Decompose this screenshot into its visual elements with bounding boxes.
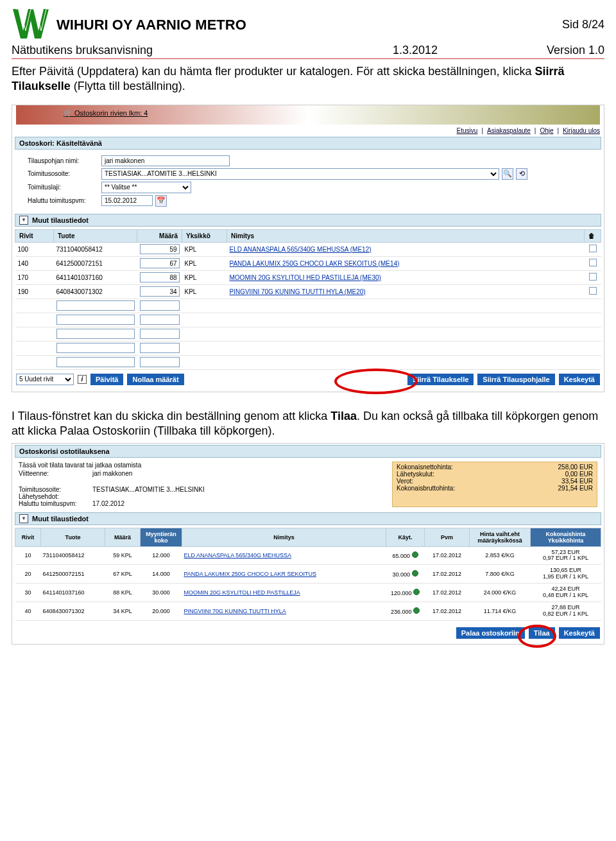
col-delete: 🗑	[585, 229, 601, 242]
palaa-ostoskoriin-button[interactable]: Palaa ostoskoriin	[456, 627, 525, 639]
col2-myyntieran: Myyntierän koko	[141, 528, 182, 546]
input-maara[interactable]	[140, 272, 180, 282]
cell-kayt: 120.000	[386, 584, 425, 602]
link-etusivu[interactable]: Etusivu	[457, 127, 478, 134]
input-maara-empty[interactable]	[140, 343, 180, 353]
link-ohje[interactable]: Ohje	[540, 127, 553, 134]
cell-tuote: 6408430071302	[54, 284, 137, 299]
col2-kayt: Käyt.	[386, 528, 425, 546]
cell-yksikko: KPL	[182, 270, 227, 284]
cell-nimitys[interactable]: PINGVIINI 70G KUNING TUUTTI HYLA	[182, 602, 386, 620]
select-toimituslaji[interactable]: ** Valitse **	[101, 182, 191, 193]
keskeyta-button[interactable]: Keskeytä	[559, 374, 600, 385]
col2-kokonaishinta: Kokonaishinta Yksikköhinta	[531, 528, 601, 546]
col-yksikko: Yksikkö	[182, 229, 227, 242]
cell-yksikko: KPL	[182, 256, 227, 270]
doc-version: Version 1.0	[547, 44, 604, 57]
input-maara[interactable]	[140, 244, 180, 254]
tilaa-button[interactable]: Tilaa	[529, 627, 555, 639]
label-viitteenne: Viitteenne:	[19, 470, 92, 477]
table-row: 1706411401037160KPLMOOMIN 20G KSYLITOLI …	[15, 270, 601, 284]
cell-hinta: 11.714 €/KG	[470, 602, 531, 620]
delete-checkbox[interactable]	[589, 245, 597, 252]
input-tuote-empty[interactable]	[56, 357, 135, 367]
value-viitteenne: jari makkonen	[92, 470, 132, 477]
cell-kokonaishinta: 27,88 EUR0,82 EUR / 1 KPL	[531, 602, 601, 620]
cell-kokonaishinta: 130,65 EUR1,95 EUR / 1 KPL	[531, 565, 601, 584]
input-maara-empty[interactable]	[140, 329, 180, 339]
cell-tuote: 6408430071302	[41, 602, 105, 620]
cell-nimitys[interactable]: ELD ANANASPALA 565/340G MEHUSSA	[182, 546, 386, 565]
cell-nimitys[interactable]: PANDA LAKUMIX 250G CHOCO LAKR SEKOITUS	[182, 565, 386, 584]
cell-tuote: 6412500072151	[41, 565, 105, 584]
chevron-down-icon[interactable]: ▼	[19, 216, 28, 225]
input-tuote-empty[interactable]	[56, 343, 135, 353]
trash-icon[interactable]: 🗑	[588, 232, 595, 239]
table-row-empty	[15, 299, 601, 313]
input-tilauspohjan-nimi[interactable]	[101, 155, 230, 166]
cell-nimitys[interactable]: MOOMIN 20G KSYLITOLI HED PASTILLEJA	[182, 584, 386, 602]
col-nimitys: Nimitys	[227, 229, 585, 242]
input-maara[interactable]	[140, 258, 180, 268]
cell-nimitys[interactable]: PINGVIINI 70G KUNING TUUTTI HYLA (ME20)	[227, 284, 585, 299]
status-dot-icon	[413, 589, 420, 595]
cell-pvm: 17.02.2012	[425, 584, 470, 602]
input-tuote-empty[interactable]	[56, 300, 135, 311]
cart-row-count[interactable]: Ostoskorin rivien lkm: 4	[64, 109, 148, 117]
input-maara-empty[interactable]	[140, 357, 180, 367]
cell-myyntiera: 12.000	[141, 546, 182, 565]
cell-rivit: 170	[15, 270, 54, 284]
cell-nimitys[interactable]: PANDA LAKUMIX 250G CHOCO LAKR SEKOITUS (…	[227, 256, 585, 270]
cell-tuote: 7311040058412	[41, 546, 105, 565]
cell-kokonaishinta: 42,24 EUR0,48 EUR / 1 KPL	[531, 584, 601, 602]
paivita-button[interactable]: Päivitä	[90, 374, 123, 385]
select-uudet-rivit[interactable]: 5 Uudet rivit	[16, 374, 74, 385]
cell-kokonaishinta: 57,23 EUR0,97 EUR / 1 KPL	[531, 546, 601, 565]
siirra-tilauspohjalle-button[interactable]: Siirrä Tilauspohjalle	[477, 374, 554, 385]
info-icon[interactable]: i	[78, 375, 87, 384]
link-asiakaspalaute[interactable]: Asiakaspalaute	[487, 127, 531, 134]
delete-checkbox[interactable]	[589, 273, 597, 281]
cell-hinta: 7.800 €/KG	[470, 565, 531, 584]
cell-nimitys[interactable]: MOOMIN 20G KSYLITOLI HED PASTILLEJA (ME3…	[227, 270, 585, 284]
table-row: 1007311040058412KPLELD ANANASPALA 565/34…	[15, 242, 601, 256]
cell-rivit: 190	[15, 284, 54, 299]
status-dot-icon	[412, 551, 418, 558]
cell-nimitys[interactable]: ELD ANANASPALA 565/340G MEHUSSA (ME12)	[227, 242, 585, 256]
input-maara[interactable]	[140, 286, 180, 297]
select-toimitusosoite[interactable]: TESTIASIAK...ATOMITIE 3...HELSINKI	[101, 168, 499, 180]
wihuri-logo	[12, 8, 50, 40]
siirra-tilaukselle-button[interactable]: Siirrä Tilaukselle	[407, 374, 474, 385]
keskeyta-button-2[interactable]: Keskeytä	[559, 627, 600, 639]
cell-maara	[137, 270, 182, 284]
doc-subtitle: Nätbutikens bruksanvisning	[12, 44, 393, 57]
table-row: 30641140103716088 KPL30.000MOOMIN 20G KS…	[15, 584, 601, 602]
col2-pvm: Pvm	[425, 528, 470, 546]
table-row-empty	[15, 327, 601, 341]
input-toimituspvm[interactable]	[101, 195, 153, 206]
table-row-empty	[15, 341, 601, 355]
cell-rivit: 40	[15, 602, 41, 620]
label-toimitusosoite-2: Toimitusosoite:	[19, 486, 92, 493]
cell-pvm: 17.02.2012	[425, 565, 470, 584]
chevron-down-icon[interactable]: ▼	[19, 514, 28, 523]
table-row: 10731104005841259 KPL12.000ELD ANANASPAL…	[15, 546, 601, 565]
input-tuote-empty[interactable]	[56, 315, 135, 325]
link-kirjaudu-ulos[interactable]: Kirjaudu ulos	[563, 127, 600, 134]
cell-myyntiera: 20.000	[141, 602, 182, 620]
input-tuote-empty[interactable]	[56, 329, 135, 339]
cell-tuote: 6412500072151	[54, 256, 137, 270]
input-maara-empty[interactable]	[140, 300, 180, 311]
input-maara-empty[interactable]	[140, 315, 180, 325]
calendar-icon[interactable]: 📅	[155, 195, 167, 207]
nollaa-maarat-button[interactable]: Nollaa määrät	[127, 374, 184, 385]
table-row-empty	[15, 313, 601, 327]
reset-icon[interactable]: ⟲	[516, 168, 527, 180]
col2-nimitys: Nimitys	[182, 528, 386, 546]
table-row: 40640843007130234 KPL20.000PINGVIINI 70G…	[15, 602, 601, 620]
price-summary-box: Kokonaisnettohinta:258,00 EUR Lähetyskul…	[392, 462, 597, 507]
delete-checkbox[interactable]	[589, 287, 597, 295]
search-icon[interactable]: 🔍	[502, 168, 513, 180]
col2-hinta: Hinta vaiht.eht määräyksikössä	[470, 528, 531, 546]
delete-checkbox[interactable]	[589, 259, 597, 266]
